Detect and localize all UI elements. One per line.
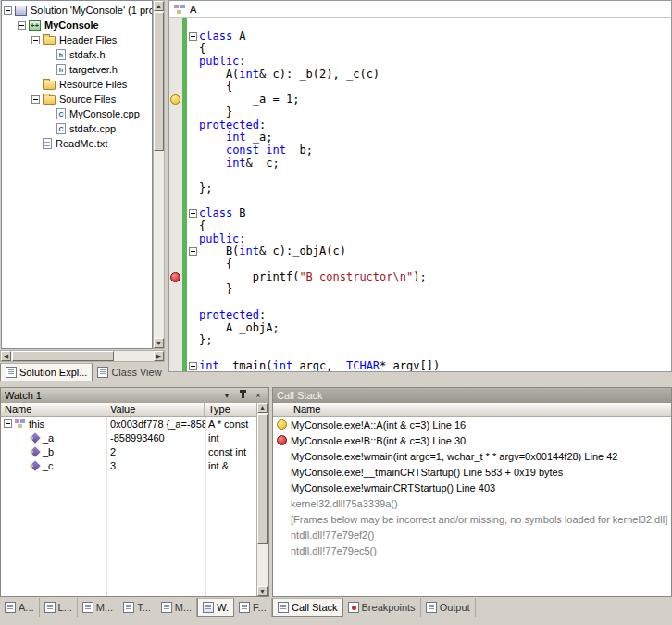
breakpoint-gutter[interactable] <box>169 271 182 284</box>
tree-item-source-files[interactable]: Source Files <box>2 92 152 106</box>
breakpoint-gutter[interactable] <box>169 195 182 208</box>
callstack-frame-5[interactable]: kernel32.dll!75a3339a() <box>273 495 671 511</box>
watch-row-b[interactable]: _b2const int <box>1 444 256 458</box>
watch-expander[interactable] <box>4 419 12 428</box>
code-line[interactable]: { <box>169 43 671 56</box>
scroll-up-button[interactable]: ▲ <box>257 403 268 413</box>
breakpoint-gutter[interactable] <box>169 69 182 81</box>
code-line[interactable]: } <box>169 106 671 119</box>
debug-tab-l[interactable]: L... <box>40 598 78 617</box>
watch-row-a[interactable]: _a-858993460int <box>1 431 256 444</box>
tree-item-myconsole-cpp[interactable]: MyConsole.cpp <box>2 106 152 121</box>
code-line[interactable]: public: <box>169 56 671 69</box>
scrollbar-thumb[interactable] <box>257 414 268 544</box>
code-line[interactable] <box>169 169 671 182</box>
solution-tree-horizontal-scrollbar[interactable]: ◀ ▶ <box>0 350 165 362</box>
callstack-name-column-header[interactable]: Name <box>273 403 671 416</box>
breakpoint-gutter[interactable] <box>169 220 182 233</box>
breakpoint-gutter[interactable] <box>169 182 182 195</box>
tree-item-myconsole[interactable]: MyConsole <box>2 18 152 32</box>
tree-item-stdafx-h[interactable]: stdafx.h <box>2 47 152 62</box>
scroll-down-button[interactable]: ▼ <box>257 586 268 596</box>
breakpoint-gutter[interactable] <box>169 207 182 220</box>
debug-tab-w[interactable]: W. <box>197 598 234 617</box>
breakpoint-gutter[interactable] <box>169 309 182 322</box>
editor-navigation-bar[interactable]: A <box>169 1 671 18</box>
watch-name-column-header[interactable]: Name <box>1 403 106 416</box>
code-line[interactable] <box>169 195 671 208</box>
breakpoint-gutter[interactable] <box>169 322 182 335</box>
tree-expander[interactable] <box>4 6 12 15</box>
output-tab-breakpoints[interactable]: Breakpoints <box>343 598 421 617</box>
callstack-frame-1[interactable]: MyConsole.exe!B::B(int & c=3) Line 30 <box>273 432 671 448</box>
output-tab-output[interactable]: Output <box>421 598 476 617</box>
debug-tab-m[interactable]: M... <box>78 598 118 617</box>
breakpoint-gutter[interactable] <box>169 157 182 170</box>
breakpoint-gutter[interactable] <box>169 347 182 360</box>
code-line[interactable]: { <box>169 220 671 233</box>
code-line[interactable]: }; <box>169 182 671 195</box>
breakpoint-gutter[interactable] <box>169 131 182 144</box>
code-line[interactable]: protected: <box>169 309 671 322</box>
fold-collapse-button[interactable] <box>189 247 197 256</box>
breakpoint-gutter[interactable] <box>169 144 182 157</box>
tree-expander[interactable] <box>31 95 40 104</box>
breakpoint-gutter[interactable] <box>169 119 182 132</box>
debug-tab-a[interactable]: A... <box>0 598 40 617</box>
breakpoint-gutter[interactable] <box>169 106 182 119</box>
fold-collapse-button[interactable] <box>189 362 197 370</box>
debug-tab-t[interactable]: T... <box>118 598 156 617</box>
code-line[interactable] <box>169 296 671 309</box>
breakpoint-gutter[interactable] <box>169 245 182 258</box>
scroll-right-button[interactable]: ▶ <box>154 351 164 361</box>
code-line[interactable]: const int _b; <box>169 144 671 157</box>
tree-item-targetver-h[interactable]: targetver.h <box>2 62 152 77</box>
output-tab-call-stack[interactable]: Call Stack <box>272 598 343 617</box>
scroll-left-button[interactable]: ◀ <box>1 351 11 361</box>
code-line[interactable]: public: <box>169 233 671 246</box>
debug-tab-f[interactable]: F... <box>234 598 272 617</box>
window-position-button[interactable]: ▾ <box>220 390 233 402</box>
solution-tab-class-view[interactable]: Class View <box>93 363 167 381</box>
code-line[interactable]: class B <box>169 207 671 220</box>
callstack-frame-0[interactable]: MyConsole.exe!A::A(int & c=3) Line 16 <box>273 417 671 432</box>
tree-item-solution-myconsole-1-projec[interactable]: Solution 'MyConsole' (1 projec <box>2 3 152 18</box>
breakpoint-gutter[interactable] <box>169 31 182 44</box>
watch-vertical-scrollbar[interactable]: ▲ ▼ <box>256 403 268 596</box>
code-line[interactable]: } <box>169 283 671 296</box>
tree-item-resource-files[interactable]: Resource Files <box>2 77 152 92</box>
tree-item-stdafx-cpp[interactable]: stdafx.cpp <box>2 121 152 136</box>
breakpoint-gutter[interactable] <box>169 334 182 347</box>
watch-row-this[interactable]: this0x003df778 {_a=-85899346A * const <box>1 417 256 431</box>
code-line[interactable]: int _a; <box>169 131 671 144</box>
fold-collapse-button[interactable] <box>189 209 197 218</box>
fold-collapse-button[interactable] <box>189 32 197 41</box>
tree-item-header-files[interactable]: Header Files <box>2 32 152 47</box>
callstack-frame-7[interactable]: ntdll.dll!77e79ef2() <box>273 527 671 543</box>
code-line[interactable]: A _objA; <box>169 322 671 335</box>
callstack-frame-2[interactable]: MyConsole.exe!wmain(int argc=1, wchar_t … <box>273 448 671 464</box>
breakpoint-gutter[interactable] <box>169 18 182 31</box>
breakpoint-gutter[interactable] <box>169 258 182 271</box>
auto-hide-pin-button[interactable] <box>236 390 249 402</box>
code-line[interactable]: _a = 1; <box>169 94 671 106</box>
code-line[interactable]: printf("B constructor\n"); <box>169 271 671 284</box>
code-line[interactable]: int& _c; <box>169 157 671 170</box>
code-line[interactable] <box>169 347 671 360</box>
code-line[interactable]: class A <box>169 31 671 44</box>
breakpoint-gutter[interactable] <box>169 169 182 182</box>
scrollbar-thumb[interactable] <box>154 12 164 151</box>
scroll-down-button[interactable]: ▼ <box>154 338 164 348</box>
watch-value-column-header[interactable]: Value <box>106 403 205 416</box>
breakpoint-icon[interactable] <box>170 272 180 282</box>
tree-expander[interactable] <box>18 21 26 30</box>
code-line[interactable]: { <box>169 81 671 94</box>
scrollbar-thumb[interactable] <box>12 351 114 361</box>
code-line[interactable]: A(int& c): _b(2), _c(c) <box>169 69 671 81</box>
callstack-frame-3[interactable]: MyConsole.exe!__tmainCRTStartup() Line 5… <box>273 464 671 480</box>
breakpoint-gutter[interactable] <box>169 56 182 69</box>
tree-expander[interactable] <box>31 36 40 44</box>
code-line[interactable]: { <box>169 258 671 271</box>
watch-row-c[interactable]: _c3int & <box>1 458 256 472</box>
callstack-frame-4[interactable]: MyConsole.exe!wmainCRTStartup() Line 403 <box>273 480 671 495</box>
